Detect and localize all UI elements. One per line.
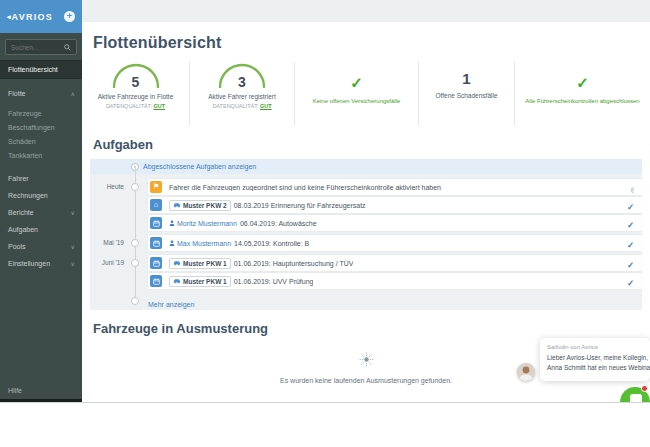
task-row[interactable]: Moritz Mustermann 06.04.2019: Autowäsche… [148,215,642,231]
stat-value: 1 [419,71,514,86]
tasks-panel: Abgeschlossene Aufgaben anzeigen Heute ⚑… [90,159,642,310]
task-group-mai: Mai '19 Max Mustermann 14.05.2019: Kontr… [90,235,642,251]
person-link[interactable]: Max Mustermann [169,240,231,247]
task-count-badge: 3 [631,187,634,193]
sidebar: ◂ AVRIOS + Flottenübersicht Flotte∧ Fahr… [0,0,82,403]
stat-license-checks: ✓ Alle Führerscheinkontrollen abgeschlos… [514,62,650,126]
car-icon [173,278,181,284]
sidebar-item-fahrer[interactable]: Fahrer [0,170,82,187]
complete-check-icon[interactable]: ✓ [627,278,634,288]
show-completed-bar: Abgeschlossene Aufgaben anzeigen [90,159,642,174]
data-quality: DATENQUALITÄT: GUT [82,103,189,109]
sidebar-item-pools[interactable]: Pools∨ [0,238,82,255]
stat-label: Aktive Fahrer registriert [190,93,294,100]
stat-label: Offene Schadensfälle [419,92,514,99]
chevron-down-icon[interactable]: ∨ [71,260,75,267]
task-row[interactable]: Max Mustermann 14.05.2019: Kontrolle: B … [148,235,642,251]
chat-sender: Saifudin von Avrios [547,344,643,350]
calendar-icon [150,217,162,229]
timeline-date: Heute [90,183,124,190]
timeline-circle [131,239,139,247]
sun-icon [359,352,374,367]
logo-text: AVRIOS [12,12,54,22]
more-row: Mehr anzeigen [90,293,642,306]
task-text: Muster PKW 1 01.06.2019: UVV Prüfung [169,276,313,287]
car-icon [173,202,181,208]
calendar-icon [150,237,162,249]
timeline-circle [131,297,139,305]
complete-check-icon[interactable]: ✓ [627,260,634,270]
stat-label: Alle Führerscheinkontrollen abgeschlosse… [515,98,650,104]
chevron-down-icon[interactable]: ∨ [71,243,75,250]
sidebar-item-hilfe[interactable]: Hilfe [8,387,22,394]
check-icon: ✓ [295,75,418,90]
task-row[interactable]: ⚑ Fahrer die Fahrzeugen zugeordnet sind … [148,179,642,195]
sidebar-item-flotte[interactable]: Flotte∧ [0,85,82,102]
task-text: Muster PKW 2 08.03.2019 Erinnerung für F… [169,200,366,211]
home-icon: ⌂ [150,199,162,211]
timeline-circle [131,259,139,267]
stat-active-drivers: 3 Aktive Fahrer registriert DATENQUALITÄ… [189,62,294,126]
sidebar-item-fahrzeuge[interactable]: Fahrzeuge [0,106,82,120]
vehicle-badge[interactable]: Muster PKW 1 [169,258,231,269]
task-row[interactable]: Muster PKW 1 01.06.2019: UVV Prüfung ✓ [148,273,642,289]
sidebar-item-schaeden[interactable]: Schäden [0,134,82,148]
car-icon [173,260,181,266]
calendar-icon [150,275,162,287]
sidebar-item-aufgaben[interactable]: Aufgaben [0,221,82,238]
top-bar [82,0,650,22]
sidebar-item-berichte[interactable]: Berichte∨ [0,204,82,221]
task-row[interactable]: ⌂ Muster PKW 2 08.03.2019 Erinnerung für… [148,197,642,213]
flag-icon: ⚑ [150,181,162,193]
sidebar-item-rechnungen[interactable]: Rechnungen [0,187,82,204]
vehicle-badge[interactable]: Muster PKW 2 [169,200,231,211]
sidebar-item-tankkarten[interactable]: Tankkarten [0,148,82,162]
sidebar-nav: Flottenübersicht Flotte∧ Fahrzeuge Besch… [0,60,82,272]
person-icon [169,240,175,246]
check-icon: ✓ [515,75,650,90]
vehicle-badge[interactable]: Muster PKW 1 [169,276,231,287]
timeline-date: Juni '19 [90,259,124,266]
stat-value: 5 [82,74,189,90]
timeline-circle [131,183,139,191]
chat-bubble-icon [630,394,642,403]
app-window: ◂ AVRIOS + Flottenübersicht Flotte∧ Fahr… [0,0,650,403]
complete-check-icon[interactable]: ✓ [627,240,634,250]
search-input[interactable] [11,44,64,51]
complete-check-icon[interactable]: ✓ [627,202,634,212]
tasks-timeline: Heute ⚑ Fahrer die Fahrzeugen zugeordnet… [90,174,642,310]
add-button[interactable]: + [64,11,75,22]
stat-label: Aktive Fahrzeuge in Flotte [82,93,189,100]
avrios-logo: ◂ AVRIOS [7,12,53,22]
chevron-up-icon[interactable]: ∧ [71,90,75,97]
sidebar-item-beschaffungen[interactable]: Beschaffungen [0,120,82,134]
sidebar-item-einstellungen[interactable]: Einstellungen∨ [0,255,82,272]
tasks-section-title: Aufgaben [82,126,650,159]
notification-dot [641,385,648,392]
task-text: Max Mustermann 14.05.2019: Kontrolle: B [169,240,309,247]
task-group-juni: Juni '19 Muster PKW 1 01.06.2019: Hauptu… [90,255,642,289]
person-icon [169,220,175,226]
chat-message-card[interactable]: Saifudin von Avrios Lieber Avrios-User, … [540,338,650,381]
show-completed-link[interactable]: Abgeschlossene Aufgaben anzeigen [143,163,256,170]
show-more-link[interactable]: Mehr anzeigen [148,301,194,308]
sidebar-header: ◂ AVRIOS + [0,0,82,33]
stat-open-damages: 1 Offene Schadensfälle [418,62,514,126]
task-row[interactable]: Muster PKW 1 01.06.2019: Hauptuntersuchu… [148,255,642,271]
person-link[interactable]: Moritz Mustermann [169,220,237,227]
task-text: Moritz Mustermann 06.04.2019: Autowäsche [169,220,317,227]
chat-message-line1: Lieber Avrios-User, meine Kollegin, Frau [547,353,643,363]
stat-label: Keine offenen Versicherungsfälle [295,98,418,104]
stat-active-vehicles: 5 Aktive Fahrzeuge in Flotte DATENQUALIT… [82,62,189,126]
avatar [517,363,535,381]
chevron-down-icon[interactable]: ∨ [71,209,75,216]
sidebar-search [5,39,77,55]
task-group-heute: Heute ⚑ Fahrer die Fahrzeugen zugeordnet… [90,179,642,231]
chat-message-line2: Anna Schmitt hat ein neues Webinar-... [547,363,643,373]
sidebar-item-flottenuebersicht[interactable]: Flottenübersicht [0,60,82,79]
complete-check-icon[interactable]: ✓ [627,220,634,230]
logo-mark-icon: ◂ [7,13,11,21]
page-title: Flottenübersicht [82,22,650,60]
search-icon [64,44,71,51]
stat-insurance-cases: ✓ Keine offenen Versicherungsfälle [294,62,418,126]
